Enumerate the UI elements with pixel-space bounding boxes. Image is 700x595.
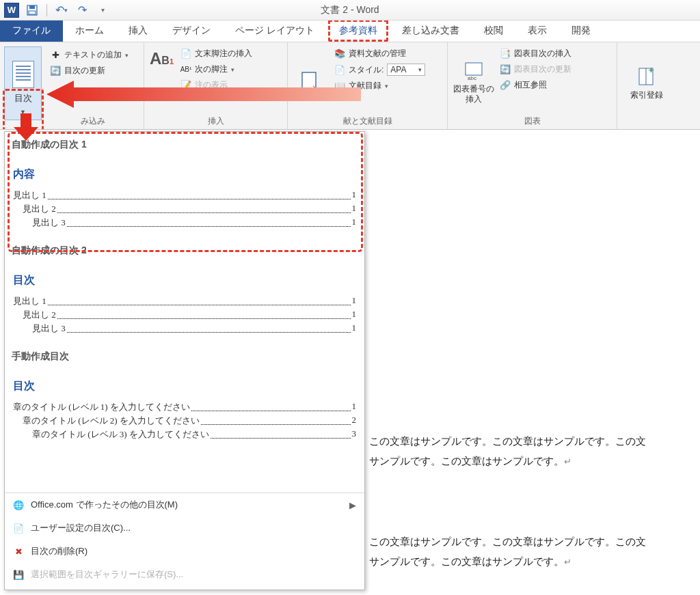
- menu-more-office[interactable]: 🌐 Office.com で作ったその他の目次(M) ▶: [5, 493, 364, 516]
- group-label-mikomi: み込み: [47, 114, 138, 130]
- toc-line: 見出し 21: [13, 308, 356, 322]
- manage-sources-icon: 📚: [334, 49, 345, 59]
- caption-icon: abc: [462, 59, 485, 83]
- document-icon: 📄: [13, 523, 24, 534]
- add-text-label: テキストの追加: [64, 49, 122, 61]
- menu-custom-toc-label: ユーザー設定の目次(C)...: [31, 522, 131, 534]
- svg-rect-4: [466, 63, 482, 75]
- quick-access-toolbar: W ↶▾ ↷ ▾: [0, 3, 110, 18]
- insert-tof-label: 図表目次の挿入: [514, 48, 571, 59]
- insert-endnote-label: 文末脚注の挿入: [195, 48, 252, 59]
- menu-save-gallery-label: 選択範囲を目次ギャラリーに保存(S)...: [31, 568, 183, 581]
- tab-mailmerge[interactable]: 差し込み文書: [390, 20, 472, 42]
- redo-button[interactable]: ↷: [75, 3, 90, 18]
- mark-index-button[interactable]: + 索引登録: [623, 45, 671, 116]
- tab-design[interactable]: デザイン: [160, 20, 223, 42]
- svg-rect-1: [29, 5, 35, 9]
- globe-icon: 🌐: [13, 499, 24, 510]
- group-label-bib: 献と文献目録: [293, 114, 442, 130]
- style-icon: 📄: [334, 64, 345, 75]
- update-tof-label: 図表目次の更新: [514, 64, 571, 75]
- tab-layout[interactable]: ページ レイアウト: [223, 20, 327, 42]
- next-footnote-label: 次の脚注: [195, 64, 228, 75]
- menu-remove-toc[interactable]: ✖ 目次の削除(R): [5, 540, 364, 563]
- word-app-icon: W: [4, 3, 19, 18]
- cross-reference-button[interactable]: 🔗 相互参照: [497, 78, 574, 92]
- toc-line: 章のタイトル (レベル 2) を入力してください2: [13, 414, 356, 428]
- next-footnote-button[interactable]: AB¹ 次の脚注 ▾: [178, 62, 255, 77]
- toc-line: 見出し 11: [13, 294, 356, 308]
- chevron-right-icon: ▶: [349, 500, 356, 510]
- toc-category-auto2: 自動作成の目次 2: [12, 242, 358, 264]
- update-icon: 🔄: [50, 66, 61, 77]
- toc-button[interactable]: 目次 ▼: [4, 46, 42, 120]
- tab-home[interactable]: ホーム: [63, 20, 116, 42]
- tab-developer[interactable]: 開発: [559, 20, 603, 42]
- insert-footnote-icon: AB1: [150, 49, 174, 68]
- tab-view[interactable]: 表示: [515, 20, 559, 42]
- cross-ref-icon: 🔗: [500, 80, 511, 91]
- svg-rect-2: [29, 11, 36, 14]
- group-label-insert: 挿入: [150, 114, 282, 130]
- undo-button[interactable]: ↶▾: [54, 3, 69, 18]
- menu-remove-toc-label: 目次の削除(R): [31, 545, 88, 557]
- doc-paragraph: サンプルです。この文章はサンプルです。↵: [366, 452, 700, 471]
- bibliography-button[interactable]: 📖 文献目録 ▾: [332, 79, 428, 93]
- svg-text:+: +: [649, 66, 654, 75]
- doc-paragraph: この文章はサンプルです。この文章はサンプルです。この文: [366, 432, 700, 452]
- svg-rect-3: [302, 72, 316, 90]
- menu-more-office-label: Office.com で作ったその他の目次(M): [31, 499, 178, 511]
- endnote-icon: 📄: [180, 49, 191, 59]
- menu-save-gallery: 💾 選択範囲を目次ギャラリーに保存(S)...: [5, 563, 364, 586]
- document-canvas[interactable]: この文章はサンプルです。この文章はサンプルです。この文 サンプルです。この文章は…: [366, 137, 700, 595]
- update-tof-button: 🔄 図表目次の更新: [497, 62, 574, 77]
- style-label: スタイル:: [349, 64, 383, 76]
- qat-customize[interactable]: ▾: [95, 3, 110, 18]
- toc-gallery-panel: 自動作成の目次 1 内容 見出し 11見出し 21見出し 31 自動作成の目次 …: [4, 131, 365, 590]
- show-notes-button: 📝注の表示: [178, 78, 255, 92]
- chevron-down-icon: ▼: [20, 109, 26, 115]
- insert-caption-label: 図表番号の 挿入: [453, 84, 494, 104]
- paragraph-mark-icon: ↵: [564, 557, 571, 567]
- group-label-captions: 図表: [453, 114, 611, 130]
- doc-paragraph: サンプルです。この文章はサンプルです。↵: [366, 552, 700, 572]
- insert-tof-button[interactable]: 📑 図表目次の挿入: [497, 46, 574, 61]
- toc-option-manual[interactable]: 目次 章のタイトル (レベル 1) を入力してください1章のタイトル (レベル …: [12, 370, 358, 454]
- next-footnote-icon: AB¹: [180, 64, 191, 75]
- ribbon-tabs: ファイル ホーム 挿入 デザイン ページ レイアウト 参考資料 差し込み文書 校…: [0, 20, 700, 42]
- insert-endnote-button[interactable]: 📄 文末脚注の挿入: [178, 46, 255, 61]
- citation-style-value: APA: [390, 65, 406, 74]
- toc-line: 見出し 31: [13, 322, 356, 335]
- tab-insert[interactable]: 挿入: [116, 20, 160, 42]
- tab-review[interactable]: 校閲: [472, 20, 515, 42]
- manage-sources-label: 資料文献の管理: [349, 48, 406, 59]
- manage-sources-button[interactable]: 📚 資料文献の管理: [332, 46, 428, 61]
- menu-custom-toc[interactable]: 📄 ユーザー設定の目次(C)...: [5, 516, 364, 540]
- toc-option-auto2[interactable]: 目次 見出し 11見出し 21見出し 31: [12, 264, 358, 348]
- toc-category-auto1: 自動作成の目次 1: [12, 136, 358, 158]
- toc-line: 見出し 21: [13, 202, 356, 216]
- toc-auto2-title: 目次: [13, 266, 356, 294]
- bibliography-icon: 📖: [334, 81, 345, 92]
- update-toc-button[interactable]: 🔄 目次の更新: [47, 64, 131, 78]
- doc-paragraph: この文章はサンプルです。この文章はサンプルです。この文: [366, 532, 700, 552]
- ribbon: 目次 ▼ ✚ テキストの追加 ▾ 🔄 目次の更新 み込み AB1: [0, 42, 700, 130]
- insert-tof-icon: 📑: [500, 49, 511, 59]
- cross-ref-label: 相互参照: [514, 79, 547, 91]
- update-toc-label: 目次の更新: [64, 65, 105, 77]
- citation-style-select[interactable]: APA ▾: [387, 64, 425, 76]
- toc-button-label: 目次: [14, 92, 32, 105]
- toc-line: 見出し 11: [13, 189, 356, 202]
- tab-file[interactable]: ファイル: [0, 20, 63, 42]
- save-button[interactable]: [25, 3, 40, 18]
- tab-references[interactable]: 参考資料: [328, 20, 388, 42]
- remove-icon: ✖: [13, 546, 24, 557]
- insert-citation-button[interactable]: [293, 45, 327, 114]
- citation-style-row: 📄 スタイル: APA ▾: [332, 62, 428, 77]
- insert-caption-button[interactable]: abc 図表番号の 挿入: [453, 45, 494, 114]
- toc-option-auto1[interactable]: 内容 見出し 11見出し 21見出し 31: [12, 158, 358, 242]
- add-text-button[interactable]: ✚ テキストの追加 ▾: [47, 48, 131, 62]
- svg-text:abc: abc: [468, 75, 476, 81]
- toc-manual-title: 目次: [13, 372, 356, 400]
- save-gallery-icon: 💾: [13, 569, 24, 580]
